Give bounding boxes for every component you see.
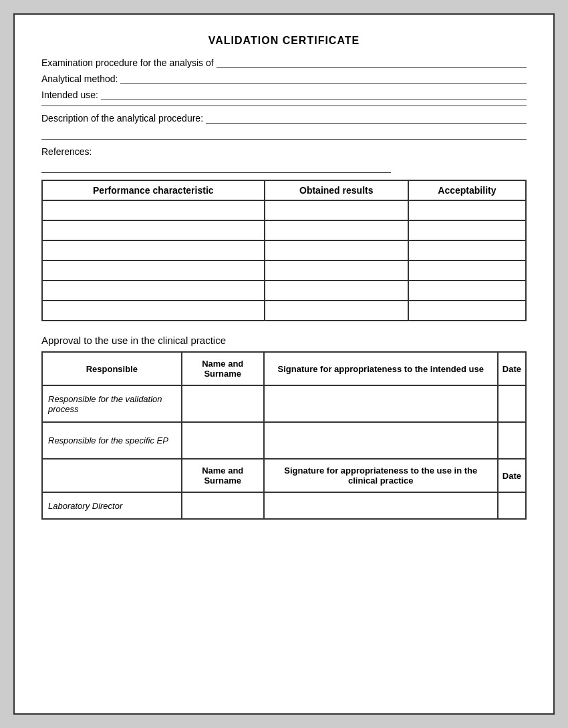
name-lab-director: [182, 492, 264, 519]
references-section: References:: [41, 146, 527, 173]
intended-label: Intended use:: [41, 89, 98, 100]
approval-table: Responsible Name and Surname Signature f…: [41, 351, 527, 520]
name-validation: [182, 385, 264, 422]
responsible-validation: Responsible for the validation process: [42, 385, 182, 422]
responsible-ep: Responsible for the specific EP: [42, 422, 182, 459]
date-ep: [498, 422, 526, 459]
subheader-name: Name and Surname: [182, 459, 264, 492]
description-full-underline: [41, 128, 527, 140]
description-underline: [206, 112, 527, 124]
table-row: [42, 301, 526, 321]
table-row: [42, 200, 526, 220]
analytical-field-row: Analytical method:: [41, 72, 527, 84]
references-label: References:: [41, 146, 527, 157]
analytical-label: Analytical method:: [41, 73, 118, 84]
page: VALIDATION CERTIFICATE Examination proce…: [13, 13, 555, 715]
approval-row-2: Responsible for the specific EP: [42, 422, 526, 459]
perf-header-characteristic: Performance characteristic: [42, 180, 265, 200]
approval-header-signature: Signature for appropriateness to the int…: [264, 352, 498, 385]
approval-header-row: Responsible Name and Surname Signature f…: [42, 352, 526, 385]
signature-validation: [264, 385, 498, 422]
table-row: [42, 240, 526, 260]
performance-header-row: Performance characteristic Obtained resu…: [42, 180, 526, 200]
examination-underline: [217, 56, 527, 68]
signature-lab-director: [264, 492, 498, 519]
table-row: [42, 220, 526, 240]
performance-table: Performance characteristic Obtained resu…: [41, 180, 527, 321]
subheader-signature: Signature for appropriateness to the use…: [264, 459, 498, 492]
perf-header-results: Obtained results: [265, 180, 408, 200]
table-row: [42, 260, 526, 281]
responsible-lab-director: Laboratory Director: [42, 492, 182, 519]
name-ep: [182, 422, 264, 459]
subheader-date: Date: [498, 459, 526, 492]
approval-header-name: Name and Surname: [182, 352, 264, 385]
perf-header-acceptability: Acceptability: [408, 180, 526, 200]
references-underline: [41, 161, 391, 173]
separator-1: [41, 106, 527, 106]
examination-label: Examination procedure for the analysis o…: [41, 57, 214, 68]
description-label: Description of the analytical procedure:: [41, 113, 203, 124]
date-lab-director: [498, 492, 526, 519]
intended-underline: [101, 88, 527, 100]
signature-ep: [264, 422, 498, 459]
approval-row-1: Responsible for the validation process: [42, 385, 526, 422]
approval-row-3: Laboratory Director: [42, 492, 526, 519]
approval-subheader-row: Name and Surname Signature for appropria…: [42, 459, 526, 492]
intended-field-row: Intended use:: [41, 88, 527, 100]
approval-header-date: Date: [498, 352, 526, 385]
analytical-underline: [120, 72, 527, 84]
approval-title: Approval to the use in the clinical prac…: [41, 335, 527, 346]
approval-header-responsible: Responsible: [42, 352, 182, 385]
subheader-responsible-empty: [42, 459, 182, 492]
date-validation: [498, 385, 526, 422]
description-field-row: Description of the analytical procedure:: [41, 112, 527, 124]
table-row: [42, 281, 526, 301]
examination-field-row: Examination procedure for the analysis o…: [41, 56, 527, 68]
page-title: VALIDATION CERTIFICATE: [41, 35, 527, 47]
